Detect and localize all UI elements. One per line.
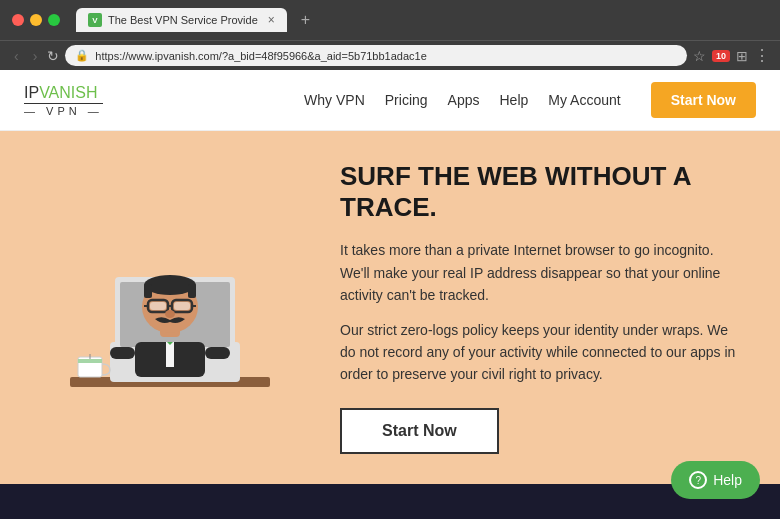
svg-rect-5 — [78, 359, 102, 363]
browser-titlebar: V The Best VPN Service Provide × + — [0, 0, 780, 40]
bookmark-button[interactable]: ☆ — [693, 48, 706, 64]
nav-links: Why VPN Pricing Apps Help My Account Sta… — [304, 82, 756, 118]
svg-rect-8 — [166, 342, 174, 367]
forward-button[interactable]: › — [29, 46, 42, 66]
nav-pricing[interactable]: Pricing — [385, 92, 428, 108]
back-button[interactable]: ‹ — [10, 46, 23, 66]
toolbar-actions: ☆ 10 ⊞ ⋮ — [693, 46, 770, 65]
tab-close-button[interactable]: × — [268, 13, 275, 27]
close-window-button[interactable] — [12, 14, 24, 26]
website-content: IPVANISH — VPN — Why VPN Pricing Apps He… — [0, 70, 780, 484]
hero-illustration — [20, 187, 320, 427]
minimize-window-button[interactable] — [30, 14, 42, 26]
hero-start-now-button[interactable]: Start Now — [340, 408, 499, 454]
help-label: Help — [713, 472, 742, 488]
browser-chrome: V The Best VPN Service Provide × + ‹ › ↻… — [0, 0, 780, 70]
svg-rect-24 — [205, 347, 230, 359]
hero-content: SURF THE WEB WITHOUT A TRACE. It takes m… — [320, 161, 740, 454]
svg-rect-14 — [188, 284, 196, 298]
help-icon: ? — [689, 471, 707, 489]
character-illustration — [40, 187, 300, 427]
svg-rect-13 — [144, 284, 152, 298]
browser-toolbar: ‹ › ↻ 🔒 https://www.ipvanish.com/?a_bid=… — [0, 40, 780, 70]
tab-title: The Best VPN Service Provide — [108, 14, 258, 26]
tab-favicon: V — [88, 13, 102, 27]
svg-rect-21 — [174, 302, 190, 310]
extensions-icon[interactable]: ⊞ — [736, 48, 748, 64]
svg-rect-23 — [110, 347, 135, 359]
active-tab[interactable]: V The Best VPN Service Provide × — [76, 8, 287, 32]
nav-account[interactable]: My Account — [548, 92, 620, 108]
svg-point-22 — [165, 310, 175, 318]
nav-start-now-button[interactable]: Start Now — [651, 82, 756, 118]
maximize-window-button[interactable] — [48, 14, 60, 26]
nav-help[interactable]: Help — [499, 92, 528, 108]
logo-ip: IP — [24, 84, 39, 102]
hero-body-2: Our strict zero-logs policy keeps your i… — [340, 319, 740, 386]
svg-rect-20 — [150, 302, 166, 310]
browser-menu-button[interactable]: ⋮ — [754, 46, 770, 65]
security-lock-icon: 🔒 — [75, 49, 89, 62]
help-button[interactable]: ? Help — [671, 461, 760, 499]
hero-section: SURF THE WEB WITHOUT A TRACE. It takes m… — [0, 131, 780, 484]
hero-title: SURF THE WEB WITHOUT A TRACE. — [340, 161, 740, 223]
refresh-button[interactable]: ↻ — [47, 48, 59, 64]
url-text: https://www.ipvanish.com/?a_bid=48f95966… — [95, 50, 426, 62]
logo-vpn: — VPN — — [24, 103, 103, 117]
nav-why-vpn[interactable]: Why VPN — [304, 92, 365, 108]
logo-vanish: VANISH — [39, 84, 97, 102]
extension-badge[interactable]: 10 — [712, 50, 730, 62]
site-navigation: IPVANISH — VPN — Why VPN Pricing Apps He… — [0, 70, 780, 131]
address-bar[interactable]: 🔒 https://www.ipvanish.com/?a_bid=48f959… — [65, 45, 687, 66]
site-logo: IPVANISH — VPN — — [24, 84, 103, 117]
new-tab-button[interactable]: + — [301, 12, 310, 28]
nav-apps[interactable]: Apps — [448, 92, 480, 108]
hero-body-1: It takes more than a private Internet br… — [340, 239, 740, 306]
traffic-lights — [12, 14, 60, 26]
